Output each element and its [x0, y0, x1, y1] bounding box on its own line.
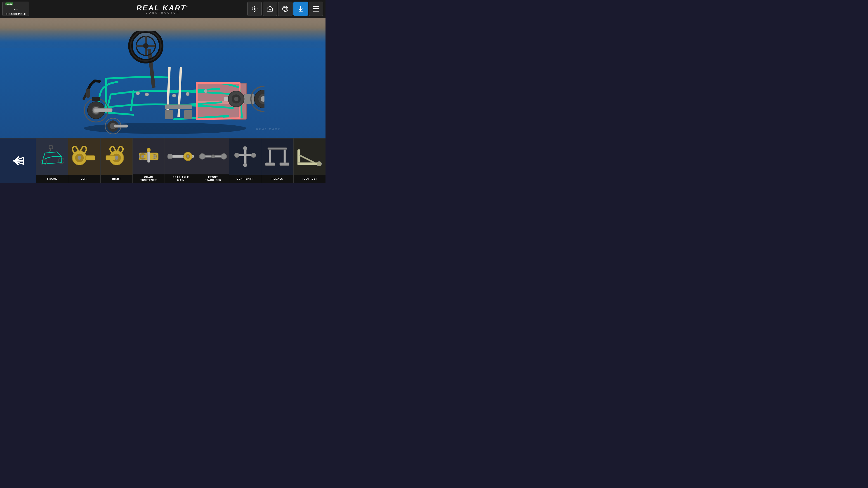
score-badge: 59,97 [5, 2, 13, 5]
part-label-chain-tightener: CHAINTIGHTENER [133, 174, 164, 183]
part-thumb-rear-axle [165, 138, 197, 174]
svg-point-63 [115, 156, 119, 160]
download-icon [297, 5, 304, 12]
part-item-right[interactable]: RIGHT [101, 138, 133, 183]
svg-rect-93 [298, 163, 319, 165]
viewport[interactable]: REAL KART [0, 18, 326, 138]
frame-thumbnail [38, 140, 66, 173]
svg-point-68 [141, 155, 144, 158]
back-arrow-icon [11, 155, 25, 166]
kart-3d-view[interactable] [61, 31, 265, 135]
download-button[interactable] [293, 2, 308, 16]
bottom-panel: PAINTING FRAME [0, 138, 326, 183]
svg-point-83 [235, 153, 239, 158]
svg-rect-91 [268, 148, 287, 149]
part-item-footrest[interactable]: FOOTREST [293, 138, 326, 183]
svg-point-47 [186, 92, 189, 96]
svg-rect-42 [114, 125, 128, 127]
part-item-left[interactable]: LEFT [68, 138, 100, 183]
part-item-gear-shift[interactable]: GEAR SHIFT [229, 138, 261, 183]
svg-point-84 [251, 153, 256, 158]
svg-rect-88 [284, 148, 286, 164]
part-thumb-pedals [261, 138, 293, 175]
topbar: 59,97 ← DISASSEMBLE REAL KART™ CONSTRUCT… [0, 0, 326, 18]
svg-rect-82 [237, 154, 254, 156]
svg-rect-29 [244, 94, 254, 104]
left-thumbnail [70, 140, 98, 173]
svg-rect-1 [267, 8, 273, 11]
part-label-left: LEFT [68, 175, 100, 183]
svg-rect-11 [313, 11, 319, 11]
front-stabilizer-thumbnail [199, 140, 227, 173]
back-button[interactable] [0, 138, 36, 183]
watermark: REAL KART [256, 127, 280, 131]
gear-shift-thumbnail [231, 140, 259, 173]
gear-icon [251, 5, 258, 12]
app-subtitle: CONSTRUCTOR [146, 11, 180, 14]
globe-icon [282, 5, 289, 12]
svg-point-85 [243, 147, 247, 150]
svg-rect-81 [244, 148, 246, 165]
hamburger-icon [313, 6, 319, 11]
chain-tightener-thumbnail [134, 140, 163, 173]
part-thumb-footrest [293, 138, 326, 175]
logo-area: REAL KART™ CONSTRUCTOR [136, 4, 189, 14]
svg-point-80 [211, 155, 215, 158]
part-thumb-frame [36, 138, 68, 175]
garage-icon [267, 5, 273, 12]
app-title: REAL KART™ [136, 4, 189, 12]
footrest-thumbnail [295, 140, 324, 173]
svg-rect-49 [165, 105, 192, 109]
svg-rect-90 [280, 163, 289, 166]
right-thumbnail [102, 140, 131, 173]
part-label-frame: FRAME [36, 175, 68, 183]
svg-rect-62 [106, 156, 115, 160]
pedals-thumbnail [263, 140, 291, 173]
svg-rect-89 [266, 163, 275, 166]
part-item-pedals[interactable]: PEDALS [261, 138, 293, 183]
svg-point-46 [172, 94, 176, 97]
svg-point-36 [234, 97, 239, 101]
svg-point-78 [199, 154, 205, 159]
part-thumb-gear-shift [229, 138, 261, 175]
svg-point-71 [147, 148, 151, 152]
part-thumb-chain-tightener [133, 138, 164, 174]
svg-point-59 [78, 156, 81, 160]
svg-rect-8 [299, 11, 303, 11]
svg-rect-51 [184, 110, 192, 119]
svg-rect-76 [168, 154, 173, 159]
menu-button[interactable] [309, 2, 323, 16]
svg-rect-9 [313, 6, 319, 7]
garage-button[interactable] [263, 2, 277, 16]
part-thumb-left [68, 138, 100, 175]
disassemble-label: DISASSEMBLE [6, 13, 26, 15]
kart-svg [61, 31, 265, 135]
part-item-frame[interactable]: FRAME [36, 138, 68, 183]
part-item-rear-axle-main[interactable]: REAR AXLEMAIN [165, 138, 197, 183]
svg-rect-2 [269, 9, 271, 11]
disassemble-button[interactable]: 59,97 ← DISASSEMBLE [2, 2, 29, 16]
part-item-chain-tightener[interactable]: CHAINTIGHTENER [133, 138, 165, 183]
svg-rect-26 [92, 97, 100, 101]
part-label-pedals: PEDALS [261, 175, 293, 183]
svg-line-94 [300, 156, 314, 163]
svg-rect-50 [165, 110, 173, 119]
svg-rect-43 [86, 89, 90, 98]
svg-rect-10 [313, 8, 319, 9]
part-item-front-stabilizer[interactable]: FRONTSTABILIZER [197, 138, 229, 183]
part-label-rear-axle-main: REAR AXLEMAIN [165, 174, 197, 183]
svg-point-52 [41, 159, 46, 165]
part-label-right: RIGHT [101, 175, 132, 183]
back-arrow-icon: ← [13, 6, 19, 12]
svg-point-95 [317, 162, 321, 166]
part-label-front-stabilizer: FRONTSTABILIZER [197, 174, 229, 183]
svg-point-79 [221, 154, 226, 159]
svg-rect-58 [86, 156, 95, 160]
settings-button[interactable] [247, 2, 262, 16]
svg-point-20 [143, 43, 149, 48]
svg-point-45 [145, 93, 149, 96]
svg-rect-27 [94, 108, 112, 112]
globe-button[interactable] [278, 2, 292, 16]
part-label-gear-shift: GEAR SHIFT [229, 175, 261, 183]
part-thumb-right [101, 138, 132, 175]
